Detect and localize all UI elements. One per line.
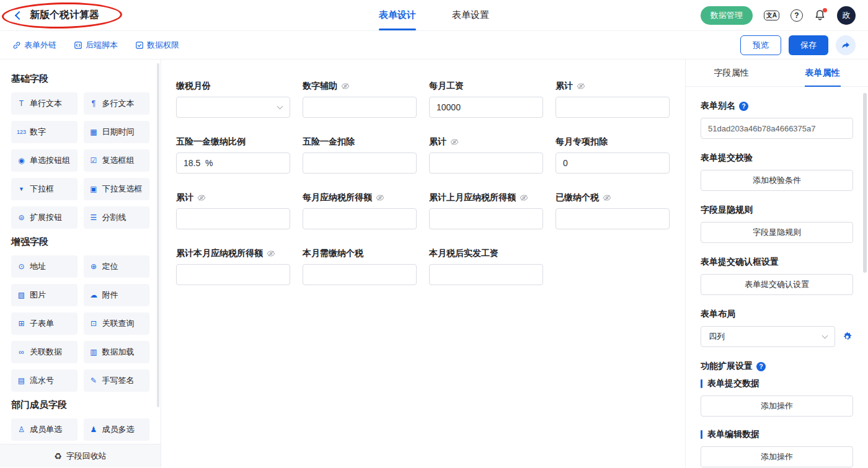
field-item-divider[interactable]: ☰分割线	[84, 206, 150, 229]
field-item-address[interactable]: ⊙地址	[11, 255, 78, 278]
hidden-eye-icon	[197, 193, 206, 202]
recycle-icon: ♻	[54, 451, 62, 461]
field-input[interactable]	[303, 152, 417, 174]
tab-form-settings[interactable]: 表单设置	[452, 0, 489, 30]
multi-dropdown-icon: ▣	[89, 185, 99, 193]
submit-data-subtitle-text: 表单提交数据	[707, 378, 760, 389]
field-recycle-bin[interactable]: ♻ 字段回收站	[0, 444, 161, 467]
canvas-field[interactable]: 每月应纳税所得额	[303, 192, 417, 229]
sidebar-scrollbar[interactable]	[157, 63, 159, 407]
field-item-subform[interactable]: ⊞子表单	[11, 312, 78, 335]
field-label-text: 本月需缴纳个税	[303, 248, 363, 259]
help-icon[interactable]: ?	[790, 9, 803, 22]
canvas-field[interactable]: 本月税后实发工资	[429, 248, 543, 285]
field-input[interactable]	[303, 208, 417, 229]
canvas-field[interactable]: 累计本月应纳税所得额	[176, 248, 290, 285]
field-item-multi-text[interactable]: ¶多行文本	[84, 92, 150, 115]
add-validation-button[interactable]: 添加校验条件	[701, 170, 853, 191]
canvas-field[interactable]: 缴税月份	[176, 81, 290, 118]
sidebar-section-title: 部门成员字段	[11, 399, 149, 411]
field-item-dropdown[interactable]: ▼下拉框	[11, 178, 78, 200]
canvas-field[interactable]: 五险一金扣除	[303, 136, 417, 174]
share-button[interactable]	[836, 35, 856, 55]
tab-form-design[interactable]: 表单设计	[379, 0, 416, 30]
bell-icon[interactable]	[814, 9, 826, 21]
canvas-field[interactable]: 数字辅助	[303, 81, 417, 118]
field-item-number[interactable]: 123数字	[11, 121, 78, 143]
field-visibility-button[interactable]: 字段显隐规则	[701, 222, 853, 243]
field-item-label: 关联查询	[102, 318, 135, 329]
field-input[interactable]	[303, 97, 417, 118]
field-item-label: 复选框组	[102, 155, 135, 166]
field-item-location[interactable]: ⊕定位	[84, 255, 150, 278]
data-manage-button[interactable]: 数据管理	[701, 6, 753, 25]
data-permission-button[interactable]: 数据权限	[135, 40, 179, 51]
calendar-icon: ▦	[89, 128, 99, 136]
canvas-field[interactable]: 五险一金缴纳比例	[176, 136, 290, 174]
field-item-datetime[interactable]: ▦日期时间	[84, 121, 150, 143]
canvas-field[interactable]: 每月专项扣除	[556, 136, 670, 174]
field-item-label: 手写签名	[102, 375, 135, 386]
field-item-extend-button[interactable]: ⊜扩展按钮	[11, 206, 78, 229]
field-input[interactable]	[556, 208, 670, 229]
field-item-linked-data[interactable]: ∞关联数据	[11, 341, 78, 363]
field-item-radio-group[interactable]: ◉单选按钮组	[11, 149, 78, 172]
canvas-field[interactable]: 累计上月应纳税所得额	[429, 192, 543, 229]
field-input[interactable]	[429, 97, 543, 118]
canvas-field[interactable]: 累计	[556, 81, 670, 118]
external-link-button[interactable]: 表单外链	[12, 40, 56, 51]
backend-script-button[interactable]: 后端脚本	[74, 40, 118, 51]
field-item-linked-query[interactable]: ⊡关联查询	[84, 312, 150, 335]
field-input[interactable]	[429, 152, 543, 174]
field-input[interactable]	[556, 97, 670, 118]
avatar[interactable]: 政	[837, 6, 856, 25]
field-item-member-single[interactable]: ♙成员单选	[11, 418, 78, 441]
field-input[interactable]	[176, 152, 290, 174]
canvas-field[interactable]: 本月需缴纳个税	[303, 248, 417, 285]
toolbar-actions: 预览 保存	[740, 35, 856, 55]
field-input[interactable]	[556, 152, 670, 174]
form-alias-input[interactable]	[701, 118, 853, 139]
field-item-serial-number[interactable]: ▤流水号	[11, 369, 78, 392]
back-icon[interactable]	[15, 11, 24, 19]
canvas-field[interactable]: 累计	[429, 136, 543, 174]
help-icon[interactable]: ?	[756, 362, 766, 371]
field-input[interactable]	[176, 264, 290, 285]
tab-field-properties[interactable]: 字段属性	[686, 60, 777, 86]
add-action-submit-button[interactable]: 添加操作	[701, 395, 853, 417]
add-action-edit-button[interactable]: 添加操作	[701, 446, 853, 467]
field-input[interactable]	[176, 208, 290, 229]
field-item-signature[interactable]: ✎手写签名	[84, 369, 150, 392]
field-label-text: 累计	[556, 81, 573, 92]
field-item-multi-dropdown[interactable]: ▣下拉复选框	[84, 178, 150, 200]
tab-form-properties[interactable]: 表单属性	[777, 60, 868, 86]
layout-settings-button[interactable]	[841, 331, 853, 343]
field-item-single-text[interactable]: T单行文本	[11, 92, 78, 115]
field-label: 本月需缴纳个税	[303, 248, 417, 259]
help-icon[interactable]: ?	[739, 102, 748, 111]
field-item-data-load[interactable]: ▥数据加载	[84, 341, 150, 363]
field-item-image[interactable]: ▧图片	[11, 284, 78, 306]
field-input[interactable]	[429, 208, 543, 229]
field-input[interactable]	[303, 264, 417, 285]
form-layout-row: 四列	[701, 326, 853, 347]
form-alias-label-text: 表单别名	[701, 100, 735, 112]
hidden-eye-icon	[267, 249, 275, 258]
field-select[interactable]	[176, 97, 290, 118]
form-canvas[interactable]: 缴税月份 数字辅助 每月工资 累计 五险一金缴纳比例 五险一金扣除	[161, 60, 685, 467]
field-label-text: 累计本月应纳税所得额	[176, 248, 263, 259]
save-button[interactable]: 保存	[789, 35, 828, 55]
layout-select[interactable]: 四列	[701, 326, 835, 347]
field-input[interactable]	[429, 264, 543, 285]
field-item-attachment[interactable]: ☁附件	[84, 284, 150, 306]
hidden-eye-icon	[341, 82, 350, 91]
canvas-field[interactable]: 累计	[176, 192, 290, 229]
translate-icon[interactable]: 文A	[764, 11, 779, 20]
field-item-member-multi[interactable]: ♟成员多选	[84, 418, 150, 441]
canvas-field[interactable]: 每月工资	[429, 81, 543, 118]
panel-scrollbar[interactable]	[863, 93, 867, 273]
canvas-field[interactable]: 已缴纳个税	[556, 192, 670, 229]
field-item-checkbox-group[interactable]: ☑复选框组	[84, 149, 150, 172]
submit-confirm-button[interactable]: 表单提交确认设置	[701, 274, 853, 295]
preview-button[interactable]: 预览	[740, 35, 781, 55]
